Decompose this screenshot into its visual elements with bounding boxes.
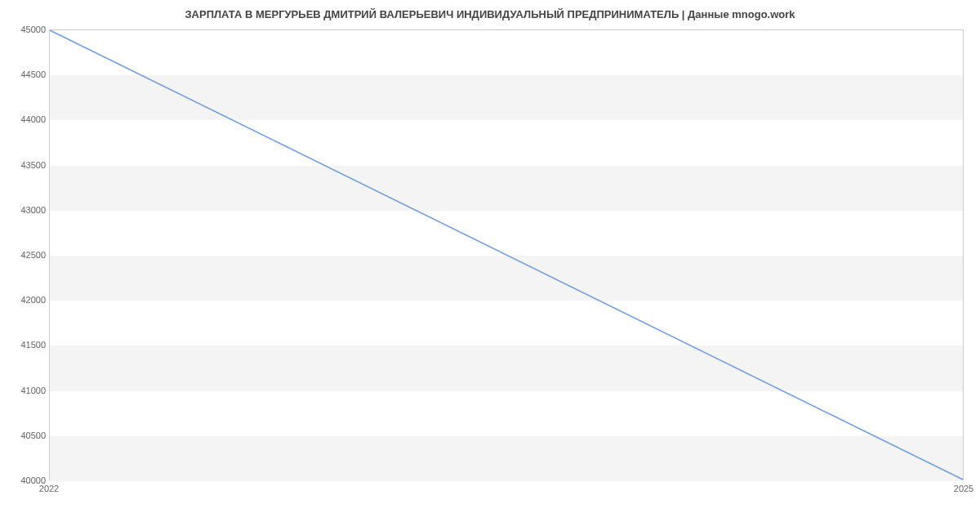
y-tick-label: 40500 [5, 431, 46, 440]
y-tick-label: 44500 [5, 69, 46, 79]
chart-title: ЗАРПЛАТА В МЕРГУРЬЕВ ДМИТРИЙ ВАЛЕРЬЕВИЧ … [0, 0, 980, 25]
line-layer [50, 30, 963, 480]
y-tick-label: 44000 [5, 114, 46, 124]
chart-container: ЗАРПЛАТА В МЕРГУРЬЕВ ДМИТРИЙ ВАЛЕРЬЕВИЧ … [0, 0, 980, 506]
y-tick-label: 42000 [5, 295, 46, 305]
x-tick-label: 2025 [954, 484, 973, 493]
data-line [50, 30, 963, 480]
x-tick-label: 2022 [39, 484, 59, 493]
y-tick-label: 42500 [5, 250, 46, 260]
y-tick-label: 41000 [5, 386, 46, 395]
plot-area [49, 29, 964, 480]
y-tick-label: 45000 [5, 25, 46, 34]
y-tick-label: 43500 [5, 160, 46, 170]
y-tick-label: 43000 [5, 205, 46, 215]
y-tick-label: 41500 [5, 340, 46, 350]
